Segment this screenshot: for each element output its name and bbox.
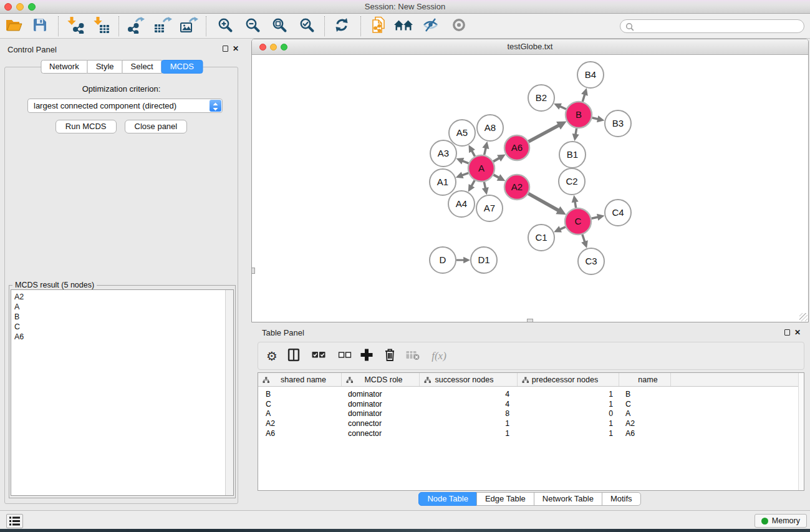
table-row[interactable]: Adominator80A — [258, 409, 804, 418]
close-network-window-icon[interactable] — [259, 44, 266, 51]
table-cell-name: A2 — [619, 419, 671, 428]
table-tab-motifs[interactable]: Motifs — [602, 492, 641, 506]
network-window-titlebar[interactable]: testGlobe.txt — [252, 39, 808, 55]
dropdown-stepper-icon[interactable] — [210, 100, 221, 112]
mcds-result-item[interactable]: B — [11, 312, 233, 322]
edge-A-A6[interactable] — [493, 158, 499, 162]
edge-A2-C[interactable] — [528, 193, 558, 210]
hide-selected-eye-icon[interactable] — [422, 17, 440, 36]
mcds-result-group: MCDS result (5 nodes) A2ABCA6 — [9, 285, 236, 498]
edge-B-B3[interactable] — [592, 118, 598, 119]
edge-C-C4[interactable] — [591, 217, 598, 218]
table-row[interactable]: Cdominator41C — [258, 399, 804, 409]
maximize-window-icon[interactable] — [28, 3, 36, 11]
mcds-result-item[interactable]: C — [11, 322, 233, 332]
save-session-icon[interactable] — [32, 17, 47, 35]
table-panel: Table Panel ✕ ⚙ f(x) — [251, 324, 809, 510]
maximize-network-window-icon[interactable] — [281, 44, 287, 51]
edge-B-B2[interactable] — [560, 106, 566, 109]
edge-A6-B[interactable] — [529, 125, 559, 142]
search-input[interactable] — [637, 21, 799, 32]
deselect-columns-icon[interactable] — [339, 351, 352, 362]
table-row[interactable]: A2connector11A2 — [258, 418, 804, 428]
table-row[interactable]: Bdominator41B — [258, 389, 804, 399]
table-cell-shared-name: A — [258, 409, 342, 418]
minimize-window-icon[interactable] — [16, 3, 24, 11]
open-network-file-icon[interactable] — [370, 16, 387, 36]
zoom-selected-icon[interactable] — [299, 17, 315, 36]
import-table-icon[interactable] — [92, 16, 110, 36]
export-image-icon[interactable] — [180, 16, 198, 36]
edge-A-A1[interactable] — [462, 173, 469, 175]
export-table-icon[interactable] — [153, 16, 172, 36]
table-tab-network-table[interactable]: Network Table — [534, 492, 602, 506]
close-panel-button[interactable]: Close panel — [125, 120, 188, 133]
graph-node-label: A6 — [511, 142, 523, 153]
table-cell-successor-nodes: 8 — [420, 409, 518, 418]
column-layout-icon[interactable] — [288, 348, 300, 364]
edge-B-B1[interactable] — [576, 128, 577, 135]
run-mcds-button[interactable]: Run MCDS — [55, 120, 117, 133]
export-network-icon[interactable] — [127, 16, 145, 36]
node-table[interactable]: shared nameMCDS rolesuccessor nodesprede… — [258, 372, 804, 491]
add-column-icon[interactable] — [360, 347, 374, 364]
home-layout-icon[interactable] — [393, 17, 413, 35]
column-header-successor-nodes[interactable]: successor nodes — [420, 373, 518, 386]
edge-A-A8[interactable] — [485, 148, 486, 155]
gear-icon[interactable]: ⚙ — [266, 350, 277, 362]
edge-A-A3[interactable] — [462, 161, 468, 163]
window-resize-grip[interactable] — [799, 313, 808, 321]
mcds-buttons-row: Run MCDS Close panel — [5, 120, 238, 133]
edge-A-A2[interactable] — [493, 175, 499, 178]
optimization-criterion-dropdown[interactable]: largest connected component (directed) — [27, 99, 223, 113]
close-table-panel-icon[interactable]: ✕ — [794, 329, 801, 336]
tab-select[interactable]: Select — [122, 60, 162, 74]
edge-C-C3[interactable] — [582, 235, 585, 242]
tab-mcds[interactable]: MCDS — [162, 60, 203, 74]
show-all-eye-icon[interactable] — [451, 17, 467, 36]
edge-C-C2[interactable] — [575, 201, 576, 208]
delete-column-icon[interactable] — [383, 347, 397, 364]
search-box[interactable] — [620, 19, 804, 33]
window-resize-handle-left[interactable] — [251, 268, 255, 274]
result-list-scrollbar[interactable] — [225, 290, 233, 495]
graph-node-label: A4 — [456, 198, 467, 209]
edge-B-B4[interactable] — [582, 94, 584, 102]
edge-C-C1[interactable] — [560, 227, 566, 230]
edge-A-A5[interactable] — [472, 151, 475, 157]
open-session-icon[interactable] — [5, 17, 22, 35]
mcds-result-item[interactable]: A — [11, 302, 233, 312]
tab-style[interactable]: Style — [87, 60, 123, 74]
mcds-result-item[interactable]: A2 — [11, 292, 233, 302]
window-resize-handle-bottom[interactable] — [527, 319, 533, 322]
table-tab-node-table[interactable]: Node Table — [418, 492, 477, 506]
column-header-shared-name[interactable]: shared name — [258, 373, 342, 386]
table-tab-edge-table[interactable]: Edge Table — [476, 492, 534, 506]
zoom-out-icon[interactable] — [244, 17, 261, 36]
select-all-columns-icon[interactable] — [312, 350, 325, 362]
task-history-button[interactable] — [6, 514, 23, 528]
column-header-name[interactable]: name — [619, 373, 671, 386]
table-row[interactable]: A6connector11A6 — [258, 428, 804, 438]
column-header-predecessor-nodes[interactable]: predecessor nodes — [518, 373, 619, 386]
mcds-result-list[interactable]: A2ABCA6 — [11, 289, 234, 496]
mcds-result-item[interactable]: A6 — [11, 332, 233, 342]
edge-A-A4[interactable] — [471, 180, 475, 186]
column-header-mcds-role[interactable]: MCDS role — [342, 373, 420, 386]
edge-A-A7[interactable] — [484, 182, 485, 188]
network-canvas[interactable]: AA1A2A3A4A5A6A7A8BB1B2B3B4CC1C2C3C4DD1 — [252, 55, 808, 322]
table-scrollbar[interactable] — [798, 373, 804, 490]
refresh-icon[interactable] — [334, 16, 350, 36]
minimize-network-window-icon[interactable] — [270, 44, 277, 51]
zoom-fit-icon[interactable] — [271, 17, 287, 36]
float-table-panel-icon[interactable] — [784, 329, 790, 336]
float-panel-icon[interactable] — [223, 46, 228, 52]
memory-button[interactable]: Memory — [755, 514, 807, 528]
table-cell-successor-nodes: 4 — [420, 390, 518, 399]
tab-network[interactable]: Network — [41, 60, 88, 74]
table-cell-name: B — [619, 390, 671, 399]
zoom-in-icon[interactable] — [217, 17, 233, 36]
import-network-icon[interactable] — [65, 16, 84, 36]
close-window-icon[interactable] — [4, 3, 12, 11]
close-panel-icon[interactable]: ✕ — [233, 45, 239, 52]
